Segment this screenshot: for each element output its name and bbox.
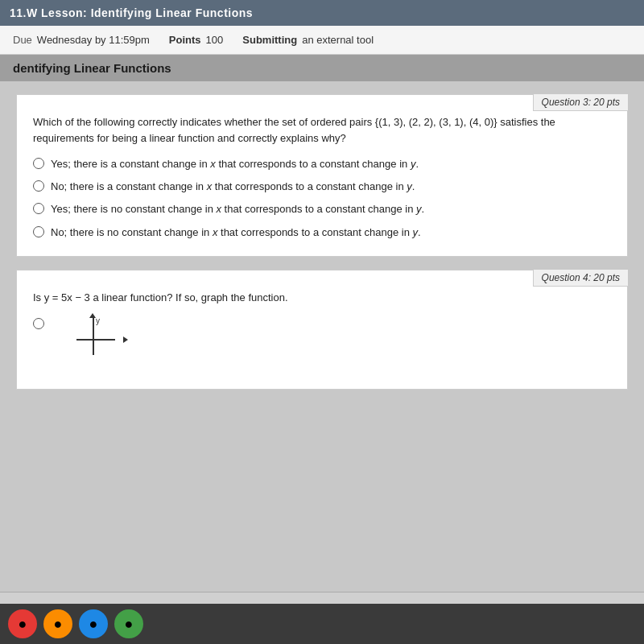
radio-q3-3[interactable] xyxy=(33,203,44,214)
y-axis xyxy=(93,316,94,355)
x-axis xyxy=(76,339,115,341)
y-axis-label: y xyxy=(96,315,100,327)
radio-q4-1[interactable] xyxy=(33,318,44,329)
submitting-label: Submitting xyxy=(242,34,297,46)
axis-sketch: y xyxy=(76,316,125,357)
screen: 11.W Lesson: Identifying Linear Function… xyxy=(0,0,644,644)
question-4-card: Question 4: 20 pts Is y = 5x − 3 a linea… xyxy=(16,270,628,390)
question-3-header: Question 3: 20 pts xyxy=(533,94,628,111)
question-3-card: Question 3: 20 pts Which of the followin… xyxy=(16,94,628,257)
points-value: 100 xyxy=(206,34,224,46)
question-4-text: Is y = 5x − 3 a linear function? If so, … xyxy=(33,290,611,306)
top-header: 11.W Lesson: Identifying Linear Function… xyxy=(0,0,644,26)
taskbar: ● ● ● ● xyxy=(0,604,644,644)
question-3-text: Which of the following correctly indicat… xyxy=(33,114,611,146)
meta-bar: Due Wednesday by 11:59pm Points 100 Subm… xyxy=(0,26,644,55)
graph-area: y xyxy=(33,316,611,357)
answer-options-q3: Yes; there is a constant change in x tha… xyxy=(33,157,611,240)
points-item: Points 100 xyxy=(169,34,223,46)
question-4-body: Is y = 5x − 3 a linear function? If so, … xyxy=(33,290,611,357)
taskbar-icon-4[interactable]: ● xyxy=(114,609,143,638)
due-label: Due xyxy=(13,34,32,46)
y-axis-arrow xyxy=(89,313,96,318)
assignment-title-bar: dentifying Linear Functions xyxy=(0,55,644,81)
question-3-body: Which of the following correctly indicat… xyxy=(33,114,611,240)
page-title: 11.W Lesson: Identifying Linear Function… xyxy=(10,6,253,19)
due-value: Wednesday by 11:59pm xyxy=(37,34,150,46)
question-4-header: Question 4: 20 pts xyxy=(533,270,628,287)
option-q3-2: No; there is a constant change in x that… xyxy=(33,180,611,194)
radio-q3-1[interactable] xyxy=(33,158,44,169)
points-label: Points xyxy=(169,34,201,46)
option-q3-3-label: Yes; there is no constant change in x th… xyxy=(51,202,424,217)
option-q3-4-label: No; there is no constant change in x tha… xyxy=(51,225,421,240)
taskbar-icon-3[interactable]: ● xyxy=(79,609,108,638)
option-q3-1-label: Yes; there is a constant change in x tha… xyxy=(51,157,419,171)
option-q3-4: No; there is no constant change in x tha… xyxy=(33,225,611,240)
assignment-title: dentifying Linear Functions xyxy=(13,61,171,75)
content-area: Question 3: 20 pts Which of the followin… xyxy=(0,81,644,592)
radio-q3-4[interactable] xyxy=(33,226,44,237)
option-q3-3: Yes; there is no constant change in x th… xyxy=(33,202,611,217)
x-axis-arrow xyxy=(123,336,128,343)
submitting-value: an external tool xyxy=(302,34,374,46)
radio-q3-2[interactable] xyxy=(33,180,44,192)
taskbar-icon-2[interactable]: ● xyxy=(43,609,72,638)
submitting-item: Submitting an external tool xyxy=(242,34,374,46)
option-q3-2-label: No; there is a constant change in x that… xyxy=(51,180,415,194)
due-item: Due Wednesday by 11:59pm xyxy=(13,34,150,46)
taskbar-icon-1[interactable]: ● xyxy=(8,609,37,638)
option-q3-1: Yes; there is a constant change in x tha… xyxy=(33,157,611,171)
